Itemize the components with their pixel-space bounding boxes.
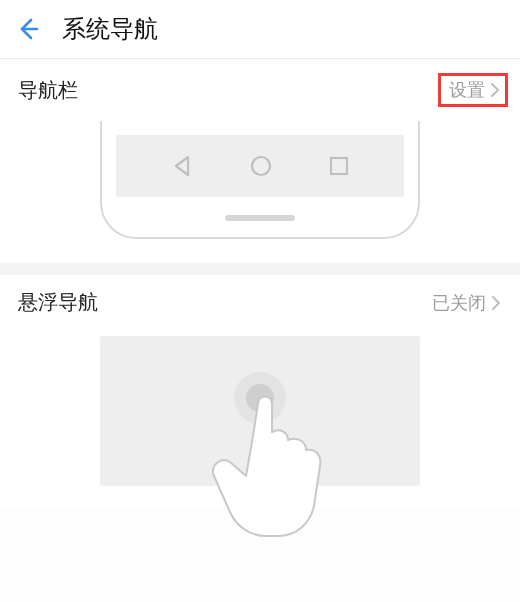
floatnav-label: 悬浮导航 xyxy=(18,289,98,316)
svg-point-0 xyxy=(252,157,270,175)
navbar-settings-row[interactable]: 导航栏 设置 xyxy=(0,59,520,121)
hand-pointer-icon xyxy=(180,346,380,566)
navbar-value-wrap: 设置 xyxy=(438,73,502,107)
phone-frame xyxy=(100,121,420,239)
android-navbar xyxy=(116,135,404,197)
navbar-illustration xyxy=(0,121,520,263)
floatnav-frame xyxy=(100,336,420,486)
chevron-right-icon xyxy=(490,294,502,312)
section-gap xyxy=(0,263,520,275)
back-arrow-icon xyxy=(15,16,41,42)
chevron-right-icon xyxy=(489,81,501,99)
floatnav-value: 已关闭 xyxy=(432,291,486,315)
floatnav-value-wrap: 已关闭 xyxy=(432,291,502,315)
navbar-value: 设置 xyxy=(449,78,485,102)
floatnav-row[interactable]: 悬浮导航 已关闭 xyxy=(0,275,520,330)
settings-highlight: 设置 xyxy=(438,73,508,107)
nav-back-icon xyxy=(169,153,195,179)
back-button[interactable] xyxy=(12,13,44,45)
svg-rect-1 xyxy=(331,158,347,174)
nav-home-icon xyxy=(248,153,274,179)
header-bar: 系统导航 xyxy=(0,0,520,58)
nav-recent-icon xyxy=(327,154,351,178)
page-title: 系统导航 xyxy=(62,13,158,45)
floatnav-illustration xyxy=(0,330,520,510)
home-indicator xyxy=(225,215,295,221)
navbar-label: 导航栏 xyxy=(18,77,78,104)
